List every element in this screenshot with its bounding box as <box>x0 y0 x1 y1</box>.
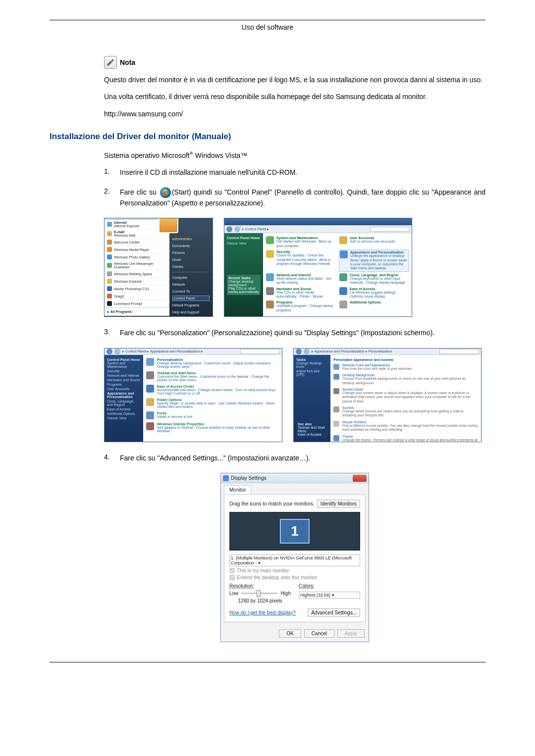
cat-appearance-personalization[interactable]: Appearance and PersonalizationChange the… <box>339 250 409 271</box>
start-right-item[interactable]: Help and Support <box>172 309 210 315</box>
sidebar-home[interactable]: Control Panel Home <box>227 236 261 240</box>
start-right-item[interactable]: Documents <box>172 243 210 249</box>
item-sidebar[interactable]: Windows Sidebar PropertiesAdd gadgets to… <box>146 422 279 433</box>
search-input[interactable] <box>370 227 410 232</box>
start-item[interactable]: Windows Meeting Space <box>105 270 169 278</box>
breadcrumb[interactable]: ▸ Appearance and Personalization ▸ Perso… <box>312 350 437 353</box>
start-item[interactable]: Windows Photo Gallery <box>105 253 169 261</box>
colors-select[interactable]: Highest (32 bit) ▾ <box>299 592 360 599</box>
ok-button[interactable]: OK <box>279 629 301 638</box>
search-input[interactable] <box>439 349 479 354</box>
sidebar-head[interactable]: Control Panel Home <box>107 358 141 361</box>
cat-network-internet[interactable]: Network and InternetView network status … <box>266 273 335 285</box>
start-item[interactable]: Welcome Center <box>105 239 169 246</box>
sidebar-classic-view[interactable]: Classic View <box>227 242 261 245</box>
search-input[interactable] <box>240 349 280 354</box>
item-screen-saver[interactable]: Screen SaverChange your screen saver or … <box>333 388 478 403</box>
cat-additional[interactable]: Additional Options <box>339 301 409 312</box>
item-mouse-pointers[interactable]: Mouse PointersPick a different mouse poi… <box>333 420 478 432</box>
sidebar-item[interactable]: Classic View <box>107 416 141 420</box>
item-folder-options[interactable]: Folder OptionsSpecify single- or double-… <box>146 398 279 408</box>
monitor-1[interactable]: 1 <box>280 519 310 544</box>
identify-monitors-button[interactable]: Identify Monitors <box>317 500 360 508</box>
nav-back-icon[interactable] <box>107 349 112 354</box>
breadcrumb[interactable]: ▸ Control Panel ▸ Appearance and Persona… <box>122 350 238 353</box>
cancel-button[interactable]: Cancel <box>304 629 334 638</box>
sidebar-item[interactable]: Network and Internet <box>107 374 141 377</box>
sidebar-item[interactable]: Clock, Language, and Region <box>107 400 141 406</box>
item-theme[interactable]: ThemeChange the theme. Themes can change… <box>333 435 478 442</box>
drag-hint: Drag the icons to match your monitors. <box>229 501 315 506</box>
sidebar-item[interactable]: Ease of Access <box>107 407 141 411</box>
nav-back-icon[interactable] <box>226 226 232 232</box>
item-window-color[interactable]: Window Color and AppearanceFine tune the… <box>333 363 478 371</box>
colors-label: Colors: <box>299 583 360 589</box>
cat-clock-language[interactable]: Clock, Language, and RegionChange keyboa… <box>339 273 409 285</box>
cat-programs[interactable]: ProgramsUninstall a program · Change sta… <box>266 301 335 312</box>
item-desktop-bg[interactable]: Desktop BackgroundChoose from available … <box>333 373 478 385</box>
item-taskbar[interactable]: Taskbar and Start MenuCustomize the Star… <box>146 371 279 382</box>
start-right-item[interactable]: Pictures <box>172 250 210 255</box>
printer-icon <box>266 287 274 295</box>
cat-system-maintenance[interactable]: System and MaintenanceGet started with W… <box>266 236 335 248</box>
resolution-slider[interactable]: Low High <box>229 591 291 596</box>
cat-user-accounts[interactable]: User AccountsAdd or remove user accounts <box>339 236 409 248</box>
figure-appearance-window: ▸ Control Panel ▸ Appearance and Persona… <box>104 348 282 442</box>
nav-forward-icon[interactable] <box>234 226 240 232</box>
cat-hardware-sound[interactable]: Hardware and SoundPlay CDs or other medi… <box>266 287 335 299</box>
help-link[interactable]: How do I get the best display? <box>229 610 296 615</box>
globe-icon <box>107 222 112 227</box>
sidebar-item[interactable]: Security <box>107 369 141 373</box>
access-icon <box>146 385 154 393</box>
start-control-panel[interactable]: Control Panel <box>172 296 210 301</box>
cat-ease-of-access[interactable]: Ease of AccessLet Windows suggest settin… <box>339 287 409 299</box>
sidebar-item-active[interactable]: Appearance and Personalization <box>107 392 141 399</box>
apply-button[interactable]: Apply <box>337 629 365 638</box>
app-icon <box>107 240 112 245</box>
sidebar-item[interactable]: Additional Options <box>107 412 141 415</box>
speaker-icon <box>333 406 339 412</box>
tab-monitor[interactable]: Monitor <box>224 485 251 494</box>
start-right-item[interactable]: Network <box>172 282 210 287</box>
start-item[interactable]: Windows Live Messenger Download <box>105 261 169 270</box>
plus-icon <box>339 301 347 308</box>
sidebar-item[interactable]: Hardware and Sound <box>107 378 141 382</box>
start-right-item[interactable]: Music <box>172 257 210 262</box>
start-right-item[interactable]: Default Programs <box>172 302 210 308</box>
start-item[interactable]: Command Prompt <box>105 300 169 307</box>
start-item[interactable]: Adobe Photoshop CS2 <box>105 285 169 293</box>
step-4: 4. Fare clic su "Advanced Settings..." (… <box>104 453 485 463</box>
start-right-item[interactable]: Games <box>172 264 210 269</box>
step-2: 2. Fare clic su (Start) quindi su "Contr… <box>104 187 485 208</box>
monitor-select[interactable]: 1. (Multiple Monitors) on NVIDIA GeForce… <box>229 554 360 566</box>
start-search[interactable] <box>105 316 169 316</box>
close-button[interactable] <box>353 475 367 482</box>
all-programs[interactable]: ▸ All Programs <box>105 307 169 316</box>
sidebar-item[interactable]: System and Maintenance <box>107 361 141 368</box>
start-item[interactable]: Windows Explorer <box>105 278 169 285</box>
item-sounds[interactable]: SoundsChange which sounds are heard when… <box>333 406 478 418</box>
note-paragraph-2: Una volta certificato, il driver verrà r… <box>104 92 485 101</box>
advanced-settings-button[interactable]: Advanced Settings... <box>308 608 360 617</box>
start-item[interactable]: SnagIt <box>105 293 169 300</box>
item-fonts[interactable]: FontsInstall or remove a font <box>146 411 279 419</box>
item-personalization[interactable]: PersonalizationChange desktop background… <box>146 358 279 368</box>
gear-icon <box>266 236 274 244</box>
nav-forward-icon[interactable] <box>304 349 310 354</box>
sidebar-item[interactable]: Programs <box>107 383 141 386</box>
nav-back-icon[interactable] <box>296 349 302 354</box>
palette-icon <box>333 364 339 370</box>
breadcrumb[interactable]: ▸ Control Panel ▸ <box>242 227 368 231</box>
cat-security[interactable]: SecurityCheck for updates · Check this c… <box>266 250 335 271</box>
monitor-arrangement[interactable]: 1 <box>229 512 360 551</box>
start-item[interactable]: Windows Media Player <box>105 246 169 253</box>
sidebar-item[interactable]: Change desktop icons <box>296 361 328 368</box>
sidebar-item[interactable]: User Accounts <box>107 387 141 391</box>
nav-forward-icon[interactable] <box>114 349 120 354</box>
start-right-item[interactable]: Computer <box>172 275 210 280</box>
screensaver-icon <box>333 388 339 394</box>
item-ease-center[interactable]: Ease of Access CenterAccommodate low vis… <box>146 385 279 395</box>
slider-thumb[interactable] <box>257 590 261 597</box>
start-right-item[interactable]: Connect To <box>172 289 210 294</box>
sidebar-item[interactable]: Adjust font size (DPI) <box>296 369 328 376</box>
